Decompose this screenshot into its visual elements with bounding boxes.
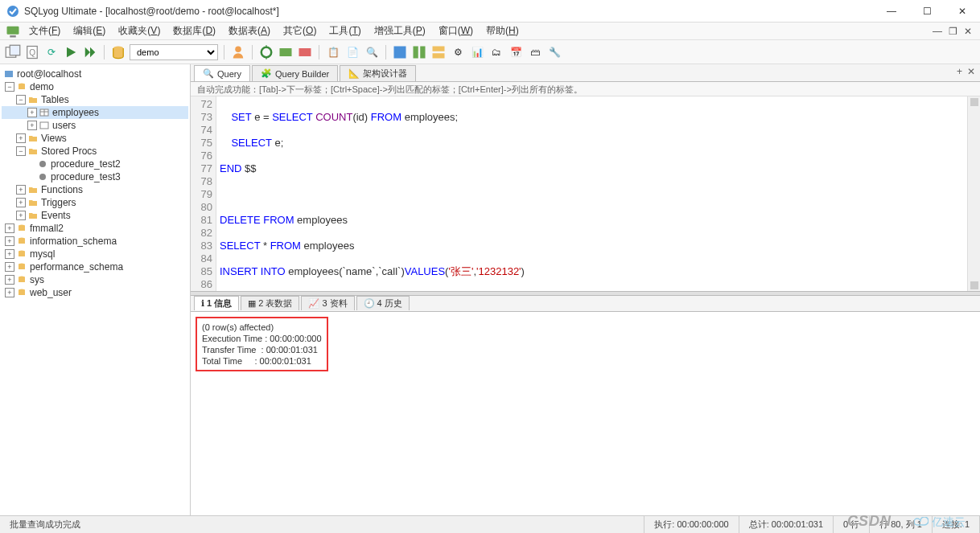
svg-rect-2	[10, 35, 16, 38]
result-tab-history[interactable]: 🕘4 历史	[356, 296, 410, 310]
menu-table[interactable]: 数据表(A)	[224, 23, 275, 39]
menu-database[interactable]: 数据库(D)	[168, 23, 220, 39]
menu-tools[interactable]: 工具(T)	[324, 23, 365, 39]
tree-table-employees[interactable]: + employees	[2, 106, 188, 119]
profile-icon: 📈	[308, 298, 319, 309]
expand-icon[interactable]: +	[5, 262, 14, 272]
tree-label: procedure_test3	[51, 171, 121, 182]
tree-db-sys[interactable]: + sys	[2, 273, 188, 286]
tool-icon-9[interactable]	[430, 44, 447, 60]
menu-others[interactable]: 其它(O)	[278, 23, 321, 39]
menu-powertools[interactable]: 增强工具(P)	[369, 23, 430, 39]
tree-stored-procs[interactable]: − Stored Procs	[2, 145, 188, 158]
tree-tables[interactable]: − Tables	[2, 93, 188, 106]
execute-icon[interactable]	[63, 44, 79, 60]
collapse-icon[interactable]: −	[5, 82, 14, 92]
expand-icon[interactable]: +	[27, 108, 37, 117]
expand-icon[interactable]: +	[16, 185, 26, 195]
tree-db-performance-schema[interactable]: + performance_schema	[2, 260, 188, 273]
expand-icon[interactable]: +	[5, 223, 14, 233]
tree-functions[interactable]: + Functions	[2, 183, 188, 196]
mdi-restore-icon[interactable]: ❐	[949, 26, 957, 37]
window-title: SQLyog Ultimate - [localhost@root/demo -…	[24, 6, 880, 17]
tree-proc-test2[interactable]: procedure_test2	[2, 158, 188, 170]
tree-label: fmmall2	[30, 223, 64, 234]
main-area: 🔍Query 🧩Query Builder 📐架构设计器 + ✕ 自动完成功能：…	[191, 64, 980, 515]
expand-icon[interactable]: +	[5, 249, 14, 259]
tree-root[interactable]: root@localhost	[2, 68, 188, 80]
new-connection-icon[interactable]	[5, 44, 21, 60]
tool-icon-2[interactable]	[278, 44, 294, 60]
vertical-scrollbar[interactable]	[967, 96, 980, 291]
close-button[interactable]: ✕	[951, 4, 974, 18]
tool-icon-3[interactable]	[297, 44, 313, 60]
result-tab-profile[interactable]: 📈3 资料	[301, 296, 354, 310]
tree-events[interactable]: + Events	[2, 209, 188, 222]
tree-triggers[interactable]: + Triggers	[2, 196, 188, 209]
code-area[interactable]: SET e = SELECT COUNT(id) FROM employees;…	[216, 96, 967, 291]
result-info-pane: (0 row(s) affected) Execution Time : 00:…	[191, 312, 980, 516]
expand-icon[interactable]: +	[16, 133, 26, 143]
tree-db-web-user[interactable]: + web_user	[2, 286, 188, 299]
collapse-icon[interactable]: −	[16, 95, 26, 105]
minimize-button[interactable]: —	[880, 4, 903, 18]
tool-icon-6[interactable]: 🔍	[364, 44, 380, 60]
menu-edit[interactable]: 编辑(E)	[68, 23, 110, 39]
tool-icon-5[interactable]: 📄	[344, 44, 360, 60]
expand-icon[interactable]: +	[5, 288, 14, 297]
maximize-button[interactable]: ☐	[916, 4, 938, 18]
expand-icon[interactable]: +	[27, 121, 37, 130]
tree-label: Triggers	[41, 197, 76, 208]
expand-icon[interactable]: +	[16, 211, 26, 220]
tree-db-mysql[interactable]: + mysql	[2, 248, 188, 260]
tree-table-users[interactable]: + users	[2, 119, 188, 132]
user-icon[interactable]	[230, 44, 246, 60]
svg-rect-1	[7, 26, 19, 34]
tool-icon-13[interactable]: 📅	[508, 44, 524, 60]
expand-icon[interactable]: +	[5, 275, 14, 285]
expand-icon[interactable]: +	[16, 198, 26, 207]
tool-icon-7[interactable]	[392, 44, 408, 60]
menu-file[interactable]: 文件(F)	[24, 23, 65, 39]
tab-schema-designer[interactable]: 📐架构设计器	[340, 65, 416, 81]
tab-query[interactable]: 🔍Query	[194, 65, 250, 81]
expand-icon[interactable]: +	[5, 236, 14, 246]
tree-db-information-schema[interactable]: + information_schema	[2, 235, 188, 248]
new-query-icon[interactable]: Q	[24, 44, 40, 60]
database-selector[interactable]: demo	[130, 44, 218, 60]
refresh-icon[interactable]: ⟳	[43, 44, 60, 60]
collapse-icon[interactable]: −	[16, 146, 26, 156]
result-tabrow: ℹ1 信息 ▦2 表数据 📈3 资料 🕘4 历史	[191, 296, 980, 312]
svg-rect-37	[19, 264, 25, 269]
tool-icon-14[interactable]: 🗃	[527, 44, 543, 60]
status-exec-time: 执行: 00:00:00:000	[644, 516, 739, 533]
menu-window[interactable]: 窗口(W)	[434, 23, 478, 39]
tab-query-builder[interactable]: 🧩Query Builder	[252, 65, 338, 81]
tree-db-fmmall2[interactable]: + fmmall2	[2, 222, 188, 235]
menu-help[interactable]: 帮助(H)	[481, 23, 524, 39]
tool-icon-12[interactable]: 🗂	[488, 44, 504, 60]
mdi-minimize-icon[interactable]: —	[933, 26, 942, 37]
database-icon[interactable]	[110, 44, 126, 60]
execute-all-icon[interactable]	[82, 44, 98, 60]
connection-icon[interactable]	[5, 23, 21, 39]
folder-icon	[27, 185, 39, 195]
tab-add-icon[interactable]: +	[957, 66, 962, 77]
tool-icon-8[interactable]	[411, 44, 427, 60]
tool-icon-15[interactable]: 🔧	[546, 44, 562, 60]
tree-views[interactable]: + Views	[2, 132, 188, 145]
tree-db-demo[interactable]: − demo	[2, 80, 188, 93]
svg-rect-35	[19, 252, 25, 256]
object-browser[interactable]: root@localhost − demo − Tables + employe…	[0, 64, 191, 515]
tool-icon-11[interactable]: 📊	[469, 44, 485, 60]
tool-icon-10[interactable]: ⚙	[450, 44, 466, 60]
mdi-close-icon[interactable]: ✕	[964, 26, 972, 37]
menu-favorites[interactable]: 收藏夹(V)	[113, 23, 165, 39]
tree-proc-test3[interactable]: procedure_test3	[2, 170, 188, 183]
tool-icon-4[interactable]: 📋	[325, 44, 341, 60]
tab-close-icon[interactable]: ✕	[967, 66, 975, 77]
tool-icon-1[interactable]	[258, 44, 274, 60]
result-tab-info[interactable]: ℹ1 信息	[194, 296, 239, 310]
sql-editor[interactable]: 72737475767778798081828384858687 SET e =…	[191, 96, 980, 291]
result-tab-tabledata[interactable]: ▦2 表数据	[241, 296, 299, 310]
